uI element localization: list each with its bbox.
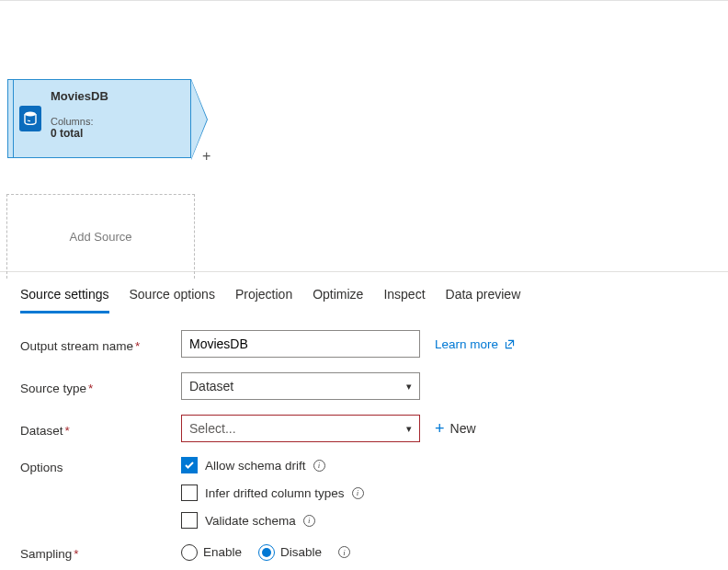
label-dataset: Dataset* — [20, 420, 181, 438]
label-options: Options — [20, 457, 181, 474]
required-asterisk: * — [88, 382, 93, 395]
row-source-type: Source type* Dataset ▾ — [20, 372, 708, 400]
info-icon[interactable]: i — [313, 460, 325, 472]
option-infer-drifted-types[interactable]: Infer drifted column types i — [181, 484, 364, 501]
tab-projection[interactable]: Projection — [235, 281, 292, 313]
label-source-type: Source type* — [20, 378, 181, 395]
node-body: MoviesDB Columns: 0 total — [47, 80, 190, 157]
field-source-type: Dataset ▾ — [181, 372, 420, 400]
learn-more-text: Learn more — [435, 337, 498, 351]
add-transform-button[interactable]: + — [202, 148, 210, 165]
option-allow-schema-drift[interactable]: Allow schema drift i — [181, 457, 364, 473]
form: Output stream name* Learn more Source ty… — [0, 314, 728, 570]
tab-source-settings[interactable]: Source settings — [20, 281, 109, 314]
learn-more-link[interactable]: Learn more — [435, 337, 516, 351]
checkbox-allow-drift[interactable] — [181, 457, 198, 473]
option-validate-schema[interactable]: Validate schema i — [181, 512, 364, 529]
source-type-select[interactable]: Dataset ▾ — [181, 372, 420, 400]
radio-enable[interactable] — [181, 544, 198, 561]
info-icon[interactable]: i — [338, 546, 350, 558]
dataflow-canvas[interactable]: MoviesDB Columns: 0 total + Add Source — [0, 0, 728, 271]
required-asterisk: * — [74, 547, 78, 561]
dataset-placeholder: Select... — [189, 421, 236, 436]
tab-inspect[interactable]: Inspect — [383, 281, 425, 313]
dataset-label-text: Dataset — [20, 424, 63, 438]
sampling-label-text: Sampling — [20, 547, 72, 561]
sampling-radio-group: Enable Disable i — [181, 544, 350, 561]
row-options: Options Allow schema drift i Infer drift… — [20, 457, 708, 529]
source-node[interactable]: MoviesDB Columns: 0 total — [7, 79, 191, 158]
label-sampling: Sampling* — [20, 543, 181, 561]
svg-point-0 — [25, 112, 36, 117]
infer-types-label: Infer drifted column types — [205, 486, 345, 500]
sampling-disable[interactable]: Disable — [258, 544, 322, 561]
tab-optimize[interactable]: Optimize — [313, 281, 363, 313]
sampling-enable-label: Enable — [203, 545, 242, 559]
node-columns-count: 0 total — [51, 127, 183, 140]
database-icon — [19, 106, 41, 131]
checkbox-validate-schema[interactable] — [181, 512, 198, 529]
row-output-stream: Output stream name* Learn more — [20, 330, 708, 358]
allow-drift-label: Allow schema drift — [205, 459, 306, 473]
output-stream-label-text: Output stream name — [20, 339, 133, 353]
checkbox-infer-types[interactable] — [181, 484, 198, 501]
chevron-down-icon: ▾ — [406, 381, 412, 393]
source-type-value: Dataset — [189, 379, 233, 393]
row-dataset: Dataset* Select... ▾ + New — [20, 415, 708, 442]
node-icon-col — [14, 80, 47, 157]
new-dataset-button[interactable]: + New — [435, 420, 476, 437]
external-link-icon — [504, 338, 516, 350]
label-output-stream: Output stream name* — [20, 336, 181, 353]
source-type-label-text: Source type — [20, 382, 86, 395]
required-asterisk: * — [65, 424, 70, 438]
plus-icon: + — [435, 420, 445, 437]
required-asterisk: * — [135, 339, 140, 353]
options-list: Allow schema drift i Infer drifted colum… — [181, 457, 364, 529]
node-title: MoviesDB — [51, 89, 183, 103]
tab-data-preview[interactable]: Data preview — [446, 281, 521, 313]
validate-schema-label: Validate schema — [205, 514, 296, 528]
new-dataset-label: New — [450, 421, 476, 436]
info-icon[interactable]: i — [303, 515, 315, 527]
sampling-enable[interactable]: Enable — [181, 544, 242, 561]
add-source-button[interactable]: Add Source — [6, 194, 195, 279]
chevron-down-icon: ▾ — [406, 423, 412, 435]
radio-disable[interactable] — [258, 544, 275, 561]
tab-source-options[interactable]: Source options — [130, 281, 215, 313]
field-output-stream: Learn more — [181, 330, 516, 358]
dataset-select[interactable]: Select... ▾ — [181, 415, 420, 442]
sampling-disable-label: Disable — [280, 545, 322, 559]
output-stream-input[interactable] — [181, 330, 420, 358]
row-sampling: Sampling* Enable Disable i — [20, 543, 708, 561]
node-columns-label: Columns: — [51, 116, 183, 127]
field-dataset: Select... ▾ + New — [181, 415, 476, 442]
settings-panel: Source settings Source options Projectio… — [0, 271, 728, 570]
add-source-label: Add Source — [70, 230, 132, 244]
info-icon[interactable]: i — [352, 487, 364, 499]
